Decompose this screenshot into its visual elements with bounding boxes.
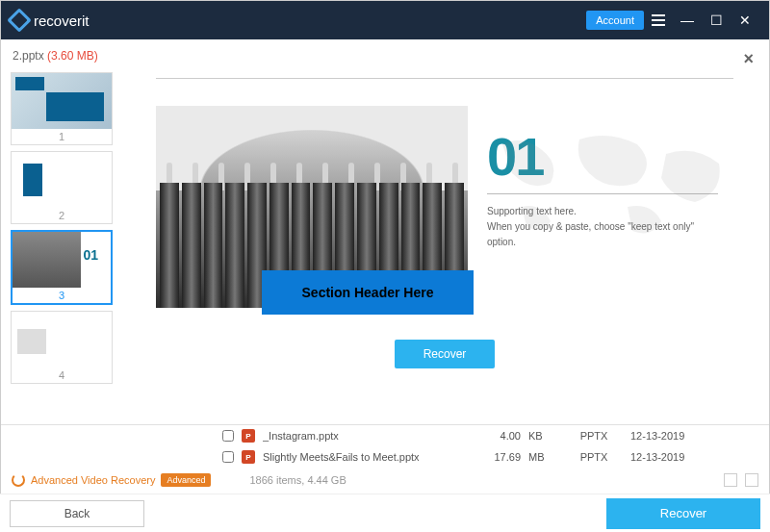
- thumb-number: 2: [12, 208, 112, 223]
- view-toggle: [724, 473, 758, 487]
- logo-icon: [7, 8, 31, 32]
- thumbnail-1[interactable]: 1: [11, 72, 113, 145]
- file-type: PPTX: [565, 451, 623, 463]
- minimize-button[interactable]: —: [673, 6, 702, 35]
- file-size: 17.69: [453, 451, 521, 463]
- thumb-number: 4: [12, 367, 112, 383]
- worldmap-icon: [483, 115, 733, 250]
- thumb-number: 1: [12, 129, 112, 144]
- status-bar: Advanced Video Recovery Advanced 1866 it…: [0, 467, 770, 494]
- thumb-image: [12, 152, 112, 208]
- slide-left: Section Header Here: [156, 106, 468, 328]
- pptx-icon: [242, 429, 255, 443]
- grid-view-icon[interactable]: [724, 473, 737, 487]
- menu-button[interactable]: [644, 6, 673, 35]
- preview-filename: 2.pptx (3.60 MB): [13, 49, 98, 63]
- hamburger-icon: [652, 14, 665, 26]
- footer: Back Recover: [0, 494, 770, 532]
- thumb-image: [13, 232, 111, 288]
- thumb-number: 3: [13, 288, 111, 303]
- account-button[interactable]: Account: [586, 11, 644, 30]
- maximize-button[interactable]: ☐: [702, 6, 731, 35]
- main-preview: Section Header Here 01 Supporting text h…: [124, 47, 759, 424]
- filename-text: 2.pptx: [13, 49, 44, 63]
- thumbnail-3[interactable]: 3: [11, 230, 113, 305]
- thumbnail-4[interactable]: 4: [11, 311, 113, 384]
- preview-panel: 2.pptx (3.60 MB) × 1 2 3 4: [1, 39, 769, 424]
- file-row[interactable]: _Instagram.pptx 4.00 KB PPTX 12-13-2019: [222, 425, 759, 446]
- section-header-box: Section Header Here: [262, 270, 474, 315]
- recovery-icon: [12, 473, 25, 487]
- app-name: recoverit: [34, 13, 90, 29]
- file-checkbox[interactable]: [222, 430, 234, 442]
- slide-right: 01 Supporting text here. When you copy &…: [468, 106, 733, 328]
- file-date: 12-13-2019: [630, 451, 707, 463]
- avr-label: Advanced Video Recovery: [31, 474, 155, 486]
- recover-preview-button[interactable]: Recover: [395, 340, 496, 368]
- titlebar: recoverit Account — ☐ ✕: [1, 1, 769, 39]
- file-unit: MB: [528, 451, 557, 463]
- back-button[interactable]: Back: [10, 500, 144, 527]
- thumb-image: [12, 73, 112, 129]
- file-name: Slightly Meets&Fails to Meet.pptx: [263, 451, 446, 463]
- file-list: _Instagram.pptx 4.00 KB PPTX 12-13-2019 …: [1, 424, 769, 468]
- close-window-button[interactable]: ✕: [731, 6, 759, 35]
- thumb-image: [12, 312, 112, 367]
- file-checkbox[interactable]: [222, 451, 234, 463]
- file-size: 4.00: [453, 430, 521, 442]
- pptx-icon: [242, 450, 255, 464]
- advanced-video-recovery[interactable]: Advanced Video Recovery Advanced: [12, 473, 211, 487]
- slide-preview: Section Header Here 01 Supporting text h…: [156, 78, 733, 328]
- file-row[interactable]: Slightly Meets&Fails to Meet.pptx 17.69 …: [222, 446, 759, 468]
- avr-badge: Advanced: [161, 473, 211, 487]
- app-logo: recoverit: [11, 12, 90, 29]
- thumbnail-2[interactable]: 2: [11, 151, 113, 224]
- file-unit: KB: [528, 430, 557, 442]
- file-type: PPTX: [565, 430, 623, 442]
- thumbnail-strip[interactable]: 1 2 3 4: [11, 47, 124, 424]
- file-name: _Instagram.pptx: [263, 430, 446, 442]
- filesize-text: (3.60 MB): [47, 49, 98, 63]
- file-date: 12-13-2019: [630, 430, 707, 442]
- recover-button[interactable]: Recover: [606, 498, 760, 529]
- list-view-icon[interactable]: [745, 473, 758, 487]
- close-preview-button[interactable]: ×: [743, 49, 754, 69]
- status-text: 1866 items, 4.44 GB: [249, 474, 346, 486]
